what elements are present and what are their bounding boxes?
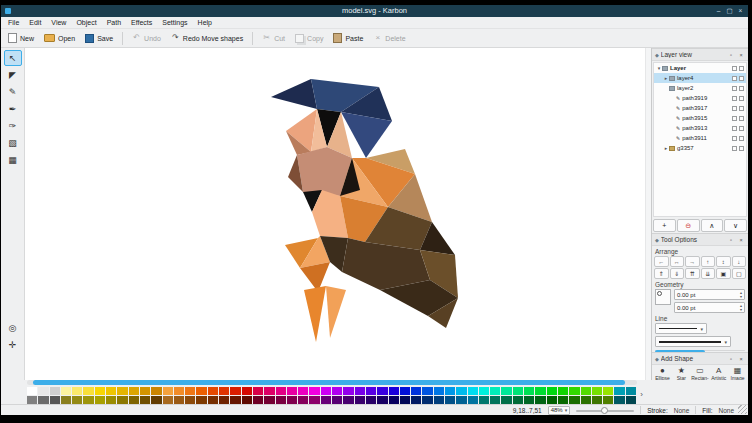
palette-swatch[interactable]	[129, 387, 139, 395]
palette-swatch[interactable]	[185, 396, 195, 404]
slider-thumb[interactable]	[601, 407, 608, 414]
layer-row[interactable]: layer2	[654, 83, 746, 93]
close-button[interactable]: ×	[735, 5, 746, 17]
palette-swatch[interactable]	[95, 396, 105, 404]
palette-swatch[interactable]	[569, 387, 579, 395]
palette-swatch[interactable]	[389, 387, 399, 395]
palette-swatch[interactable]	[434, 387, 444, 395]
palette-swatch[interactable]	[626, 387, 636, 395]
palette-swatch[interactable]	[287, 387, 297, 395]
canvas[interactable]	[25, 48, 645, 380]
palette-more-button[interactable]: ›	[637, 387, 646, 403]
palette-swatch[interactable]	[479, 396, 489, 404]
palette-swatch[interactable]	[72, 387, 82, 395]
raise-button[interactable]: ⇈	[685, 268, 700, 279]
visibility-toggle[interactable]	[732, 116, 737, 121]
visibility-toggle[interactable]	[732, 126, 737, 131]
palette-swatch[interactable]	[332, 387, 342, 395]
titlebar[interactable]: model.svg - Karbon –▢×	[1, 5, 748, 17]
palette-swatch[interactable]	[434, 396, 444, 404]
palette-swatch[interactable]	[83, 396, 93, 404]
layer-row[interactable]: ▸g3357	[654, 143, 746, 153]
palette-swatch[interactable]	[501, 387, 511, 395]
palette-swatch[interactable]	[151, 396, 161, 404]
resize-grip[interactable]	[738, 405, 747, 414]
palette-swatch[interactable]	[129, 396, 139, 404]
tool-options-header[interactable]: ◆ Tool Options ▫ ×	[652, 233, 748, 246]
save-button[interactable]: Save	[81, 32, 117, 45]
palette-swatch[interactable]	[490, 387, 500, 395]
palette-swatch[interactable]	[174, 396, 184, 404]
palette-swatch[interactable]	[558, 396, 568, 404]
line-style-select[interactable]: ▾	[655, 323, 707, 334]
visibility-toggle[interactable]	[732, 96, 737, 101]
palette-swatch[interactable]	[163, 396, 173, 404]
minimize-button[interactable]: –	[713, 5, 724, 17]
palette-swatch[interactable]	[343, 396, 353, 404]
palette-swatch[interactable]	[547, 396, 557, 404]
lower-layer-button[interactable]: ∨	[724, 219, 747, 232]
calligraphy-tool[interactable]: ✑	[4, 118, 22, 134]
visibility-toggle[interactable]	[732, 76, 737, 81]
visibility-toggle[interactable]	[732, 66, 737, 71]
spin-down-icon[interactable]: ▾	[740, 308, 742, 312]
image-shape[interactable]: ▦Image	[729, 366, 746, 380]
palette-swatch[interactable]	[592, 387, 602, 395]
menu-effects[interactable]: Effects	[126, 17, 157, 29]
palette-swatch[interactable]	[422, 387, 432, 395]
palette-swatch[interactable]	[253, 387, 263, 395]
palette-swatch[interactable]	[603, 396, 613, 404]
palette-swatch[interactable]	[196, 387, 206, 395]
bring-to-front-button[interactable]: ⇑	[654, 268, 669, 279]
palette-swatch[interactable]	[581, 387, 591, 395]
palette-swatch[interactable]	[445, 387, 455, 395]
palette-swatch[interactable]	[309, 396, 319, 404]
palette-swatch[interactable]	[174, 387, 184, 395]
palette-swatch[interactable]	[208, 387, 218, 395]
palette-swatch[interactable]	[140, 396, 150, 404]
palette-swatch[interactable]	[61, 387, 71, 395]
palette-swatch[interactable]	[298, 387, 308, 395]
palette-swatch[interactable]	[468, 387, 478, 395]
close-docker-icon[interactable]: ×	[737, 237, 745, 243]
shape-edit-tool[interactable]: ◤	[4, 67, 22, 83]
palette-swatch[interactable]	[321, 387, 331, 395]
align-bottom-button[interactable]: ↓	[732, 256, 747, 267]
lock-toggle[interactable]	[739, 76, 744, 81]
palette-swatch[interactable]	[355, 387, 365, 395]
palette-swatch[interactable]	[117, 387, 127, 395]
visibility-toggle[interactable]	[732, 136, 737, 141]
group-button[interactable]: ▣	[716, 268, 731, 279]
zoom-slider[interactable]	[576, 406, 634, 415]
palette-swatch[interactable]	[50, 387, 60, 395]
palette-swatch[interactable]	[321, 396, 331, 404]
pan-tool[interactable]: ✛	[4, 337, 22, 353]
send-to-back-button[interactable]: ⇓	[670, 268, 685, 279]
lock-toggle[interactable]	[739, 96, 744, 101]
line-width-select[interactable]: ▾	[655, 336, 731, 347]
palette-swatch[interactable]	[264, 387, 274, 395]
palette-swatch[interactable]	[298, 396, 308, 404]
layer-row[interactable]: ✎path3913	[654, 123, 746, 133]
ungroup-button[interactable]: ▢	[732, 268, 747, 279]
redo-button[interactable]: ↷Redo Move shapes	[167, 31, 247, 45]
float-docker-icon[interactable]: ▫	[727, 237, 735, 243]
palette-swatch[interactable]	[400, 396, 410, 404]
lock-toggle[interactable]	[739, 66, 744, 71]
palette-swatch[interactable]	[106, 396, 116, 404]
spin-down-icon[interactable]: ▾	[740, 295, 742, 299]
palette-swatch[interactable]	[230, 396, 240, 404]
menu-edit[interactable]: Edit	[24, 17, 46, 29]
artistic-text-shape[interactable]: AArtistic	[710, 366, 727, 380]
menu-file[interactable]: File	[3, 17, 24, 29]
palette-swatch[interactable]	[61, 396, 71, 404]
raise-layer-button[interactable]: ∧	[701, 219, 724, 232]
geometry-spinbox-x[interactable]: 0.00 pt▴▾	[674, 289, 745, 300]
select-tool[interactable]: ↖	[4, 50, 22, 66]
palette-swatch[interactable]	[151, 387, 161, 395]
delete-layer-button[interactable]: ⊖	[677, 219, 700, 232]
palette-swatch[interactable]	[219, 396, 229, 404]
palette-swatch[interactable]	[366, 396, 376, 404]
palette-swatch[interactable]	[38, 387, 48, 395]
palette-swatch[interactable]	[422, 396, 432, 404]
